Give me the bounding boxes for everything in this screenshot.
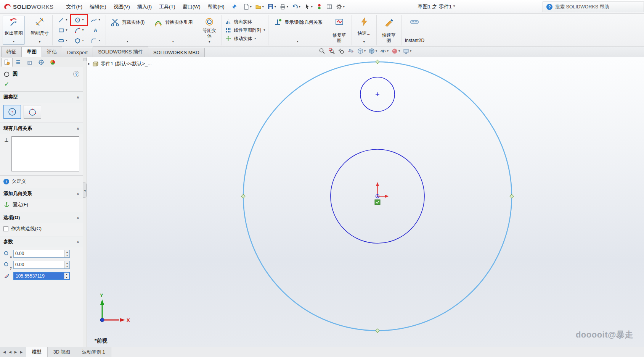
exit-sketch-button[interactable]: 退出草图 ▾ (3, 16, 25, 45)
chevron-down-icon[interactable]: ▾ (82, 29, 84, 32)
chevron-down-icon[interactable]: ▾ (98, 39, 100, 42)
circle-tool-button[interactable]: ▾ (71, 15, 87, 25)
chevron-down-icon[interactable]: ▾ (66, 39, 67, 42)
quick-snaps-button[interactable]: 快速... ▾ (354, 16, 374, 45)
circle-quadrant-handle[interactable] (376, 329, 379, 333)
help-icon[interactable]: ? (546, 4, 552, 10)
sketch-origin[interactable] (376, 182, 389, 198)
ok-button[interactable]: ✓ (4, 81, 9, 87)
options-button[interactable]: ▾ (335, 2, 346, 11)
chevron-up-icon[interactable]: ∧ (77, 240, 79, 244)
menu-window[interactable]: 窗口(W) (179, 2, 204, 12)
mirror-entities-button[interactable]: 镜向实体 (225, 19, 265, 25)
tab-features[interactable]: 特征 (1, 47, 22, 57)
tab-property-manager[interactable] (1, 58, 13, 67)
tab-motion-study[interactable]: 运动算例 1 (76, 347, 111, 357)
chevron-down-icon[interactable]: ▾ (98, 18, 100, 21)
slot-tool-button[interactable]: ▾ (55, 36, 71, 46)
tab-model[interactable]: 模型 (26, 347, 48, 357)
zoom-fit-button[interactable] (319, 48, 326, 55)
view-orientation-button[interactable]: ▾ (357, 48, 366, 55)
chevron-down-icon[interactable]: ▾ (172, 40, 174, 43)
tab-addins[interactable]: SOLIDWORKS 插件 (93, 47, 148, 57)
rectangle-tool-button[interactable]: ▾ (55, 25, 71, 36)
center-x-field[interactable]: 0.00 ▴▾ (13, 250, 70, 258)
relations-listbox[interactable] (11, 136, 79, 171)
tab-evaluate[interactable]: 评估 (42, 47, 62, 57)
undo-button[interactable]: ▾ (291, 2, 302, 11)
circle-quadrant-handle[interactable] (376, 60, 379, 64)
offset-entities-button[interactable]: 等距实体 ▾ (199, 16, 220, 45)
fixed-relation-badge[interactable] (375, 200, 380, 205)
menu-insert[interactable]: 插入(I) (134, 2, 155, 12)
center-y-field[interactable]: 0.00 ▴▾ (13, 261, 70, 269)
center-y-value[interactable]: 0.00 (14, 261, 64, 268)
tab-3d-views[interactable]: 3D 视图 (48, 347, 76, 357)
chevron-down-icon[interactable]: ▾ (82, 39, 84, 42)
graphics-area[interactable]: Y X ▸ 零件1 (默认<<默认>_... *前视 dooooit@暴走 (87, 57, 644, 347)
open-button[interactable]: ▾ (254, 2, 265, 11)
menu-view[interactable]: 视图(V) (110, 2, 133, 12)
search-box[interactable]: ? 搜索 SOLIDWORKS 帮助 (543, 2, 644, 12)
spinner-buttons[interactable]: ▴▾ (64, 261, 69, 268)
chevron-down-icon[interactable]: ▾ (364, 50, 366, 53)
section-view-button[interactable] (347, 48, 354, 55)
circle-quadrant-handle[interactable] (241, 194, 245, 198)
task-sheet-button[interactable] (325, 2, 334, 11)
panel-collapse-handle[interactable]: ◀ (83, 183, 87, 198)
tab-configuration-manager[interactable] (13, 58, 24, 67)
expand-arrow-icon[interactable]: ▸ (88, 62, 90, 66)
tab-dimxpert-manager[interactable] (24, 58, 35, 67)
chevron-down-icon[interactable]: ▾ (13, 40, 14, 43)
radius-value[interactable]: 105.55537119 (14, 273, 64, 279)
arc-tool-button[interactable]: ▾ (71, 25, 87, 36)
splitter-grip[interactable] (84, 58, 87, 61)
tab-display-manager[interactable] (35, 58, 47, 67)
sketch-canvas[interactable]: Y X (87, 57, 644, 347)
pin-menu-icon[interactable] (231, 4, 237, 10)
spline-tool-button[interactable]: ▾ (87, 15, 104, 25)
trim-entities-button[interactable]: 剪裁实体(I) ▾ (108, 16, 147, 45)
nav-last-button[interactable]: ▶ (19, 349, 24, 355)
chevron-down-icon[interactable]: ▾ (410, 50, 411, 53)
panel-splitter[interactable]: ◀ (83, 57, 87, 347)
chevron-down-icon[interactable]: ▾ (82, 18, 84, 21)
chevron-up-icon[interactable]: ∧ (77, 126, 79, 131)
section-parameters[interactable]: 参数 ∧ (0, 236, 83, 247)
menu-tools[interactable]: 工具(T) (156, 2, 179, 12)
menu-help[interactable]: 帮助(H) (204, 2, 228, 12)
rapid-sketch-button[interactable]: 快速草图 (379, 16, 399, 45)
feature-tree-item[interactable]: ▸ 零件1 (默认<<默认>_... (88, 60, 152, 67)
fillet-tool-button[interactable]: ▾ (87, 36, 104, 46)
section-circle-type[interactable]: 圆类型 ∧ (0, 91, 83, 103)
chevron-down-icon[interactable]: ▾ (263, 29, 265, 32)
convert-entities-button[interactable]: 转换实体引用 ▾ (151, 16, 195, 45)
tab-dimxpert[interactable]: DimXpert (62, 48, 93, 57)
chevron-down-icon[interactable]: ▾ (387, 50, 389, 53)
spinner-buttons[interactable]: ▴▾ (64, 273, 69, 279)
nav-first-button[interactable]: ◀ (2, 349, 7, 355)
nav-next-button[interactable]: ▶ (13, 349, 18, 355)
smart-dimension-button[interactable]: 智能尺寸 ▾ (29, 16, 50, 45)
tab-mbd[interactable]: SOLIDWORKS MBD (148, 48, 205, 57)
section-options[interactable]: 选项(O) ∧ (0, 212, 83, 223)
chevron-down-icon[interactable]: ▾ (39, 40, 40, 44)
hide-show-items-button[interactable]: ▾ (380, 48, 389, 55)
text-tool-button[interactable]: A (87, 25, 104, 36)
previous-view-button[interactable] (338, 48, 345, 55)
help-icon[interactable]: ? (73, 71, 79, 77)
chevron-down-icon[interactable]: ▾ (66, 18, 67, 21)
chevron-up-icon[interactable]: ∧ (77, 192, 79, 196)
fix-relation-button[interactable]: 固定(F) (0, 199, 83, 212)
zoom-area-button[interactable] (328, 48, 335, 55)
chevron-down-icon[interactable]: ▾ (376, 50, 377, 53)
tab-sketch[interactable]: 草图 (21, 47, 42, 57)
instant2d-button[interactable]: Instant2D (403, 16, 426, 45)
search-input[interactable]: 搜索 SOLIDWORKS 帮助 (555, 4, 609, 10)
section-existing-relations[interactable]: 现有几何关系 ∧ (0, 123, 83, 134)
chevron-up-icon[interactable]: ∧ (77, 95, 79, 99)
perimeter-circle-type-button[interactable] (24, 105, 41, 119)
circle-quadrant-handle[interactable] (510, 194, 514, 198)
edit-appearance-button[interactable]: ▾ (391, 48, 400, 55)
repair-sketch-button[interactable]: 修复草图 (329, 16, 350, 45)
